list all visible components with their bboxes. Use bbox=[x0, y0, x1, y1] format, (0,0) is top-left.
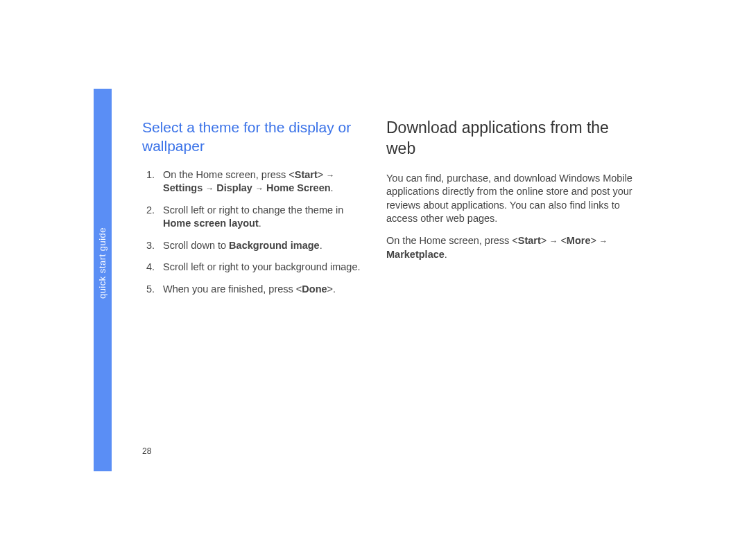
steps-list: On the Home screen, press <Start> → Sett… bbox=[142, 168, 365, 297]
arrow-icon: → bbox=[326, 170, 334, 181]
left-column: Select a theme for the display or wallpa… bbox=[142, 118, 379, 471]
arrow-icon: → bbox=[255, 183, 264, 194]
content-area: Select a theme for the display or wallpa… bbox=[112, 89, 655, 471]
arrow-icon: → bbox=[549, 236, 558, 247]
step-2: Scroll left or right to change the theme… bbox=[142, 204, 365, 231]
marketplace-instruction: On the Home screen, press <Start> → <Mor… bbox=[386, 234, 636, 261]
step-1: On the Home screen, press <Start> → Sett… bbox=[142, 168, 365, 195]
heading-download-apps: Download applications from the web bbox=[386, 118, 636, 159]
arrow-icon: → bbox=[205, 183, 214, 194]
right-column: Download applications from the web You c… bbox=[379, 118, 636, 471]
sidebar-label: quick start guide bbox=[98, 227, 108, 299]
intro-paragraph: You can find, purchase, and download Win… bbox=[386, 172, 636, 226]
page-container: quick start guide Select a theme for the… bbox=[94, 89, 655, 471]
page-number: 28 bbox=[142, 446, 151, 456]
step-4: Scroll left or right to your background … bbox=[142, 261, 365, 274]
step-3: Scroll down to Background image. bbox=[142, 239, 365, 253]
sidebar-tab: quick start guide bbox=[94, 89, 112, 471]
arrow-icon: → bbox=[599, 236, 608, 247]
heading-select-theme: Select a theme for the display or wallpa… bbox=[142, 118, 365, 156]
step-5: When you are finished, press <Done>. bbox=[142, 283, 365, 297]
